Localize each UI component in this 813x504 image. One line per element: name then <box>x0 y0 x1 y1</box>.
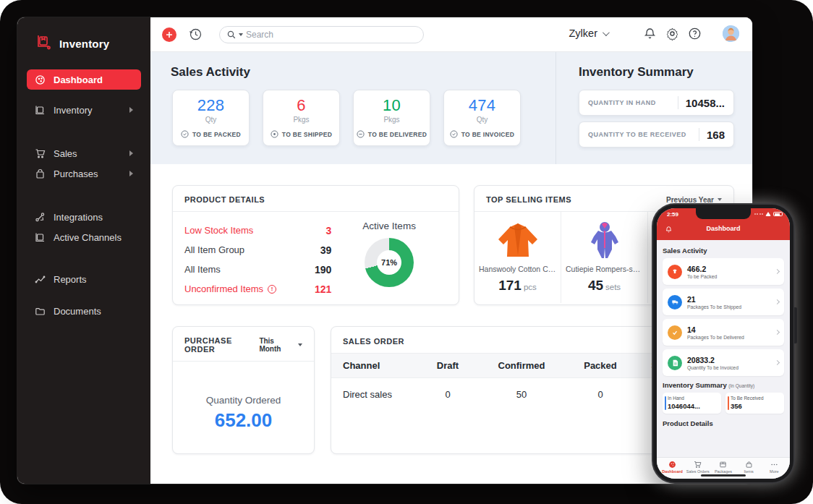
phone-metric-label: Packages To be Shipped <box>687 304 775 309</box>
chevron-right-icon <box>775 330 780 335</box>
chevron-right-icon <box>775 269 780 274</box>
org-switcher[interactable]: Zylker <box>569 27 608 39</box>
column-header[interactable]: Draft <box>418 354 477 377</box>
top-item-1[interactable]: Hanswooly Cotton Cas... 171pcs <box>474 212 561 303</box>
bag-icon <box>35 168 46 179</box>
phone-card-to-be-packed[interactable]: 466.2To be Packed <box>663 258 784 285</box>
bell-icon <box>643 27 657 40</box>
sidebar-item-purchases[interactable]: Purchases <box>27 163 141 184</box>
sidebar-item-label: Sales <box>54 148 122 159</box>
divider <box>678 96 678 109</box>
recent-history-button[interactable] <box>188 27 203 45</box>
product-qty: 45 <box>588 278 603 293</box>
phone-tab-sales-orders[interactable]: Sales Orders <box>686 461 710 474</box>
column-header[interactable]: Channel <box>331 354 418 377</box>
column-header[interactable]: Confirmed <box>477 354 566 377</box>
row-value: 3 <box>325 225 331 236</box>
settings-button[interactable] <box>665 27 679 43</box>
sidebar-item-reports[interactable]: Reports <box>27 269 141 289</box>
phone-card-to-be-delivered[interactable]: 14Packages To be Delivered <box>663 319 784 346</box>
summary-label: QUANTITY TO BE RECEIVED <box>588 131 699 138</box>
all-item-group-row[interactable]: All Item Group 39 <box>184 240 331 260</box>
phone-tab-more[interactable]: More <box>762 461 786 474</box>
product-unit: sets <box>605 283 621 291</box>
to-be-shipped-card[interactable]: 6 Pkgs TO BE SHIPPED <box>263 90 340 146</box>
period-label: Previous Year <box>666 196 714 204</box>
draft-cell: 0 <box>418 378 477 411</box>
card-title: PURCHASE ORDER <box>184 336 259 354</box>
quantity-to-be-received-row[interactable]: QUANTITY TO BE RECEIVED 168 <box>579 121 734 148</box>
period-filter-dropdown[interactable]: This Month <box>259 337 302 353</box>
home-indicator[interactable] <box>701 474 746 477</box>
check-icon <box>668 325 682 340</box>
phone-product-details-title: Product Details <box>663 419 784 427</box>
product-name: Hanswooly Cotton Cas... <box>479 265 556 273</box>
phone-sales-activity-title: Sales Activity <box>663 247 784 255</box>
sidebar-item-integrations[interactable]: Integrations <box>27 207 141 227</box>
all-items-row[interactable]: All Items 190 <box>184 260 331 279</box>
top-item-2[interactable]: Cutiepie Rompers-spo... 45sets <box>561 212 648 303</box>
phone-status-icons <box>754 212 783 216</box>
sidebar-item-inventory[interactable]: Inventory <box>27 100 141 120</box>
phone-time: 2:59 <box>667 211 678 218</box>
to-be-packed-card[interactable]: 228 Qty TO BE PACKED <box>172 90 250 146</box>
cart-icon <box>694 461 702 469</box>
phone-card-to-be-invoiced[interactable]: 20833.2Quantity To be Invoiced <box>663 349 784 376</box>
phone-tab-packages[interactable]: Packages <box>711 461 736 474</box>
purchase-order-card: PURCHASE ORDER This Month Quantity Order… <box>172 326 315 454</box>
phone-in-hand-card[interactable]: In Hand 1046044... <box>663 393 721 414</box>
phone-tab-dashboard[interactable]: Dashboard <box>660 461 685 474</box>
metric-label: TO BE SHIPPED <box>282 131 332 138</box>
caret-down-icon <box>298 343 302 346</box>
user-avatar[interactable] <box>723 25 739 42</box>
low-stock-items-row[interactable]: Low Stock Items 3 <box>184 221 331 240</box>
period-filter-dropdown[interactable]: Previous Year <box>666 196 722 204</box>
search-bar[interactable] <box>219 26 424 43</box>
history-clock-icon <box>188 27 203 42</box>
sidebar-item-active-channels[interactable]: Active Channels <box>27 227 141 247</box>
notifications-button[interactable] <box>643 27 657 43</box>
truck-icon <box>668 295 682 309</box>
sales-activity-title: Sales Activity <box>171 65 250 80</box>
period-label: This Month <box>259 337 294 353</box>
sidebar-item-documents[interactable]: Documents <box>27 301 141 321</box>
metric-value: 10 <box>354 96 430 115</box>
row-label: All Item Group <box>184 244 320 255</box>
items-bag-icon <box>745 461 753 469</box>
chevron-down-icon <box>603 29 610 36</box>
dashboard-icon <box>668 461 676 469</box>
to-be-invoiced-card[interactable]: 474 Qty TO BE INVOICED <box>443 90 521 146</box>
search-scope-caret-icon[interactable] <box>239 33 243 36</box>
invoice-icon <box>668 356 682 370</box>
phone-notch <box>696 208 751 219</box>
unconfirmed-items-row[interactable]: Unconfirmed Items ! 121 <box>184 279 331 299</box>
quick-create-button[interactable] <box>162 27 176 42</box>
search-icon <box>227 30 236 39</box>
sidebar-item-label: Documents <box>54 306 133 317</box>
sidebar-item-dashboard[interactable]: Dashboard <box>27 69 141 90</box>
metric-value: 474 <box>444 96 520 115</box>
metric-value: 6 <box>263 96 339 115</box>
quantity-in-hand-row[interactable]: QUANTITY IN HAND 10458... <box>579 90 734 116</box>
donut-title: Active Items <box>362 221 416 231</box>
to-be-delivered-card[interactable]: 10 Pkgs TO BE DELIVERED <box>353 90 430 146</box>
sidebar: Inventory Dashboard Inventory <box>17 17 150 484</box>
column-header[interactable]: Packed <box>566 354 635 377</box>
wifi-icon <box>765 212 771 216</box>
summary-value: 1046044... <box>668 402 717 410</box>
folder-icon <box>35 306 46 317</box>
phone-to-be-received-card[interactable]: To Be Received 356 <box>725 393 784 414</box>
minus-circle-icon <box>357 130 365 138</box>
sidebar-item-sales[interactable]: Sales <box>27 143 141 163</box>
metric-label: TO BE PACKED <box>192 131 241 138</box>
phone-tab-items[interactable]: Items <box>736 461 761 474</box>
metric-label: Quantity Ordered <box>173 395 314 406</box>
tab-label: Sales Orders <box>686 469 710 474</box>
caret-down-icon <box>718 198 722 201</box>
integrations-icon <box>35 212 46 223</box>
help-button[interactable] <box>688 27 702 43</box>
phone-card-to-be-shipped[interactable]: 21Packages To be Shipped <box>663 289 784 315</box>
tab-label: Items <box>744 469 753 474</box>
search-input[interactable] <box>246 30 391 40</box>
sidebar-item-label: Active Channels <box>54 232 133 243</box>
